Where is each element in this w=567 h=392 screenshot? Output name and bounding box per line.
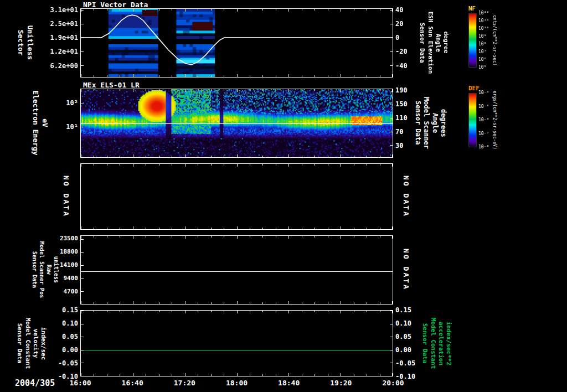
- axis-tick: [224, 236, 224, 238]
- axis-tick: [224, 156, 224, 157]
- els-left-ticks: 10²10¹: [53, 89, 78, 158]
- axis-tick: [172, 75, 172, 77]
- axis-tick: [354, 9, 354, 11]
- axis-tick: [302, 311, 302, 312]
- axis-tick: [120, 374, 120, 376]
- axis-tick: [94, 374, 94, 376]
- axis-tick: [380, 9, 380, 11]
- axis-tick: [172, 156, 172, 157]
- axis-tick: [288, 236, 289, 239]
- axis-tick: [198, 228, 198, 229]
- npi-left-ticks: 3.1e+012.5e+011.9e+011.2e+016.2e+00: [47, 8, 78, 78]
- date-label: 2004/305: [15, 378, 55, 388]
- axis-tick: [302, 9, 302, 11]
- npi-right-axis-label: Sensor Data ESH Sun Elevation Angle degr…: [418, 12, 450, 74]
- tick-label: 3.1e+01: [47, 7, 78, 13]
- axis-tick: [81, 104, 84, 104]
- axis-tick: [262, 164, 263, 166]
- axis-tick: [81, 89, 81, 92]
- axis-tick: [390, 324, 393, 324]
- axis-tick: [392, 236, 393, 239]
- axis-tick: [211, 311, 212, 312]
- axis-tick: [172, 9, 172, 11]
- tick-label: 4700: [54, 288, 78, 295]
- axis-tick: [392, 164, 393, 167]
- sun-elevation-line: [81, 9, 393, 77]
- axis-tick: [262, 311, 263, 312]
- axis-tick: [94, 89, 94, 91]
- scanner-pos-line: [81, 271, 393, 272]
- axis-tick: [341, 89, 341, 92]
- axis-tick: [250, 89, 250, 91]
- axis-tick: [390, 51, 393, 52]
- axis-tick: [185, 373, 185, 376]
- axis-tick: [81, 24, 84, 24]
- axis-tick: [159, 374, 159, 376]
- axis-tick: [354, 236, 354, 238]
- axis-tick: [288, 311, 289, 313]
- axis-tick: [107, 228, 107, 229]
- axis-tick: [198, 75, 198, 77]
- axis-tick: [94, 236, 94, 238]
- axis-tick: [237, 226, 238, 229]
- axis-tick: [133, 74, 133, 77]
- time-tick-label: 19:20: [330, 379, 352, 387]
- axis-tick: [380, 89, 380, 91]
- axis-tick: [159, 89, 159, 91]
- no-data-panel: [80, 163, 393, 230]
- panel3-no-data-right-label: NO DATA: [401, 176, 410, 218]
- tick-label: 18800: [54, 249, 78, 255]
- axis-tick: [262, 156, 263, 157]
- axis-tick: [172, 89, 172, 91]
- time-tick-label: 16:40: [122, 379, 143, 387]
- axis-tick: [276, 228, 276, 229]
- axis-tick: [392, 301, 393, 304]
- axis-tick: [288, 154, 289, 157]
- axis-tick: [81, 51, 84, 52]
- axis-tick: [315, 9, 315, 11]
- axis-tick: [315, 89, 315, 91]
- axis-tick: [185, 301, 185, 304]
- axis-tick: [81, 10, 84, 11]
- time-tick-label: 17:20: [174, 379, 195, 387]
- axis-tick: [302, 236, 302, 238]
- tick-label: 10¹: [53, 123, 78, 130]
- axis-tick: [390, 118, 393, 118]
- axis-tick: [328, 75, 328, 77]
- axis-tick: [172, 302, 172, 304]
- tick-label: 0.10: [53, 320, 78, 327]
- axis-tick: [185, 9, 185, 12]
- axis-tick: [185, 89, 185, 92]
- axis-tick: [120, 311, 120, 312]
- axis-tick: [315, 311, 315, 312]
- panel-title-els: MEx ELS-01 LR: [83, 81, 140, 89]
- axis-tick: [276, 302, 276, 304]
- axis-tick: [224, 374, 224, 376]
- axis-tick: [380, 302, 380, 304]
- axis-tick: [81, 376, 84, 376]
- axis-tick: [185, 164, 185, 167]
- tick-label: -40: [395, 63, 420, 69]
- axis-tick: [390, 337, 393, 337]
- axis-tick: [328, 302, 328, 304]
- axis-tick: [224, 89, 224, 91]
- axis-tick: [81, 164, 81, 167]
- tick-label: 14100: [54, 262, 78, 269]
- velocity-panel: [80, 310, 393, 376]
- panel4-no-data-right-label: NO DATA: [401, 249, 410, 291]
- axis-tick: [94, 75, 94, 77]
- axis-tick: [315, 374, 315, 376]
- axis-tick: [237, 9, 238, 12]
- axis-tick: [81, 324, 84, 324]
- axis-tick: [288, 9, 289, 12]
- axis-tick: [341, 154, 341, 157]
- axis-tick: [81, 236, 81, 239]
- axis-tick: [211, 89, 212, 91]
- axis-tick: [81, 74, 81, 77]
- axis-tick: [198, 156, 198, 157]
- axis-tick: [94, 228, 94, 229]
- axis-tick: [224, 302, 224, 304]
- axis-tick: [146, 9, 146, 11]
- axis-tick: [354, 75, 354, 77]
- axis-tick: [328, 236, 328, 238]
